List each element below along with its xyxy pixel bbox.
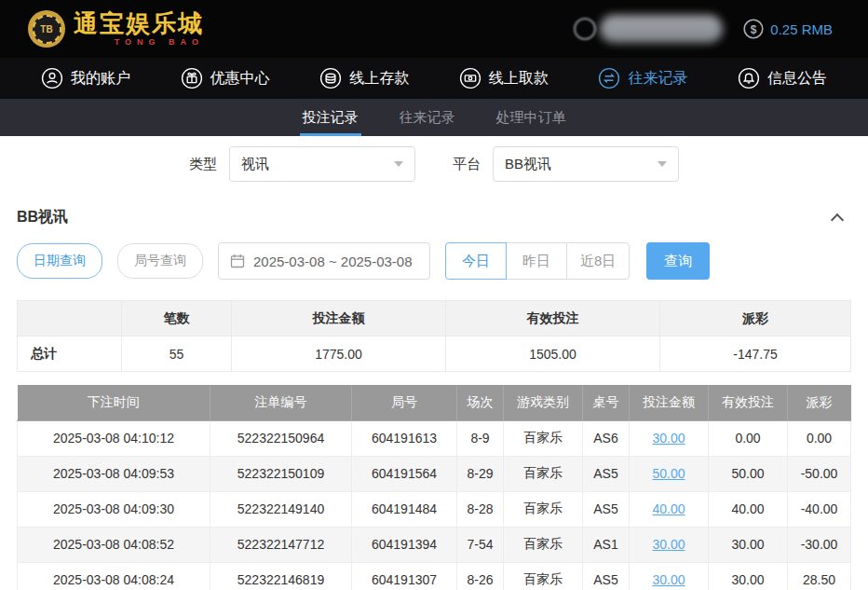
summary-table: 笔数 投注金额 有效投注 派彩 总计 55 1775.00 1505.00 -1… — [17, 300, 851, 372]
cell-table: AS5 — [583, 491, 630, 527]
cell-table: AS6 — [583, 420, 630, 456]
calendar-icon — [230, 254, 245, 268]
transfer-arrows-icon — [598, 67, 620, 89]
nav-item-promotions[interactable]: 优惠中心 — [181, 67, 270, 89]
section-title: BB视讯 — [17, 208, 68, 227]
col-bet-amount: 投注金额 — [630, 385, 709, 420]
cell-game: 百家乐 — [504, 527, 583, 562]
cell-game: 百家乐 — [504, 420, 583, 456]
logo-coin-text: TB — [33, 15, 61, 44]
redacted-username — [600, 15, 723, 43]
balance-display: $ 0.25 RMB — [743, 19, 833, 39]
platform-label: 平台 — [453, 156, 481, 173]
cell-valid: 40.00 — [709, 491, 788, 527]
cell-payout: -30.00 — [788, 527, 851, 562]
cell-session: 8-28 — [457, 491, 504, 527]
cell-table: AS5 — [583, 562, 630, 590]
bet-records-table: 下注时间 注单编号 局号 场次 游戏类别 桌号 投注金额 有效投注 派彩 202… — [17, 385, 851, 590]
tab-transaction-records[interactable]: 往来记录 — [397, 99, 458, 136]
col-valid-bet: 有效投注 — [709, 385, 788, 420]
table-row: 2025-03-08 04:09:30 522322149140 6041914… — [18, 491, 851, 527]
round-query-button[interactable]: 局号查询 — [117, 243, 203, 279]
collapse-chevron-icon[interactable] — [831, 213, 844, 226]
cell-valid: 30.00 — [709, 527, 788, 562]
cell-table: AS5 — [583, 456, 630, 491]
sub-nav: 投注记录 往来记录 处理中订单 — [0, 99, 868, 136]
yesterday-button[interactable]: 昨日 — [506, 242, 567, 280]
nav-item-announcements[interactable]: 信息公告 — [738, 67, 827, 89]
cell-payout: 28.50 — [788, 562, 851, 590]
nav-item-label: 线上存款 — [349, 69, 409, 89]
cell-time: 2025-03-08 04:08:24 — [18, 562, 210, 590]
cell-time: 2025-03-08 04:10:12 — [18, 420, 210, 456]
cell-time: 2025-03-08 04:08:52 — [18, 527, 210, 562]
nav-item-deposit[interactable]: 线上存款 — [319, 67, 409, 89]
platform-select[interactable]: BB视讯 — [493, 146, 679, 182]
chevron-down-icon — [394, 161, 403, 167]
chevron-down-icon — [658, 161, 667, 167]
table-row: 2025-03-08 04:08:24 522322146819 6041913… — [18, 562, 851, 590]
col-game-type: 游戏类别 — [504, 385, 583, 420]
col-payout: 派彩 — [788, 385, 851, 420]
nav-item-my-account[interactable]: 我的账户 — [41, 67, 130, 89]
bell-icon — [738, 67, 760, 89]
tab-processing-orders[interactable]: 处理中订单 — [494, 99, 569, 136]
summary-count: 55 — [122, 336, 232, 372]
banknote-icon — [459, 67, 481, 89]
bet-amount-link[interactable]: 30.00 — [652, 537, 685, 552]
summary-header-valid: 有效投注 — [446, 301, 660, 336]
date-query-button[interactable]: 日期查询 — [17, 243, 102, 279]
tab-bet-records[interactable]: 投注记录 — [300, 99, 361, 136]
col-bet-time: 下注时间 — [18, 385, 210, 420]
type-select[interactable]: 视讯 — [229, 146, 415, 182]
date-range-input[interactable]: 2025-03-08 ~ 2025-03-08 — [218, 242, 430, 280]
filter-bar: 类型 视讯 平台 BB视讯 — [0, 136, 868, 192]
summary-header-count: 笔数 — [122, 301, 232, 336]
logo-subtitle: TONG BAO — [74, 37, 204, 47]
bet-amount-link[interactable]: 30.00 — [652, 572, 685, 587]
cell-order: 522322150109 — [210, 456, 352, 491]
nav-item-withdraw[interactable]: 线上取款 — [459, 67, 549, 89]
type-select-value: 视讯 — [241, 156, 269, 173]
nav-item-label: 线上取款 — [489, 69, 549, 89]
table-header-row: 下注时间 注单编号 局号 场次 游戏类别 桌号 投注金额 有效投注 派彩 — [18, 385, 851, 420]
table-row: 2025-03-08 04:09:53 522322150109 6041915… — [18, 456, 851, 491]
quick-range-group: 今日 昨日 近8日 — [445, 242, 630, 280]
today-button[interactable]: 今日 — [445, 242, 507, 280]
type-label: 类型 — [189, 156, 217, 173]
cell-valid: 30.00 — [709, 562, 788, 590]
bet-amount-link[interactable]: 40.00 — [652, 501, 685, 516]
cell-session: 8-29 — [457, 456, 504, 491]
cell-bet: 30.00 — [630, 527, 709, 562]
last-8-days-button[interactable]: 近8日 — [566, 242, 630, 280]
summary-header-empty — [18, 301, 122, 336]
site-logo[interactable]: TB 通宝娱乐城 TONG BAO — [28, 10, 204, 48]
bet-amount-link[interactable]: 30.00 — [652, 431, 685, 446]
search-button[interactable]: 查询 — [646, 242, 710, 280]
nav-item-label: 优惠中心 — [210, 69, 270, 89]
nav-item-records[interactable]: 往来记录 — [598, 67, 687, 89]
balance-amount: 0.25 RMB — [770, 21, 833, 37]
nav-item-label: 信息公告 — [767, 69, 827, 89]
cell-valid: 50.00 — [709, 456, 788, 491]
cell-payout: -50.00 — [788, 456, 851, 491]
cell-game: 百家乐 — [504, 491, 583, 527]
cell-session: 8-9 — [457, 420, 504, 456]
bet-amount-link[interactable]: 50.00 — [652, 466, 685, 481]
cell-game: 百家乐 — [504, 456, 583, 491]
user-coin-icon — [574, 18, 596, 40]
col-round-number: 局号 — [352, 385, 457, 420]
cell-session: 7-54 — [457, 527, 504, 562]
user-info-redacted — [574, 15, 723, 43]
cell-bet: 30.00 — [630, 562, 709, 590]
top-bar: TB 通宝娱乐城 TONG BAO $ 0.25 RMB — [0, 0, 868, 58]
cell-order: 522322149140 — [210, 491, 352, 527]
nav-item-label: 我的账户 — [71, 69, 130, 89]
summary-header-payout: 派彩 — [660, 301, 851, 336]
table-row: 2025-03-08 04:10:12 522322150964 6041916… — [18, 420, 851, 456]
cell-table: AS1 — [583, 527, 630, 562]
dollar-coin-icon: $ — [743, 19, 764, 39]
summary-total-label: 总计 — [18, 336, 122, 372]
cell-order: 522322147712 — [210, 527, 352, 562]
platform-select-value: BB视讯 — [505, 156, 551, 173]
